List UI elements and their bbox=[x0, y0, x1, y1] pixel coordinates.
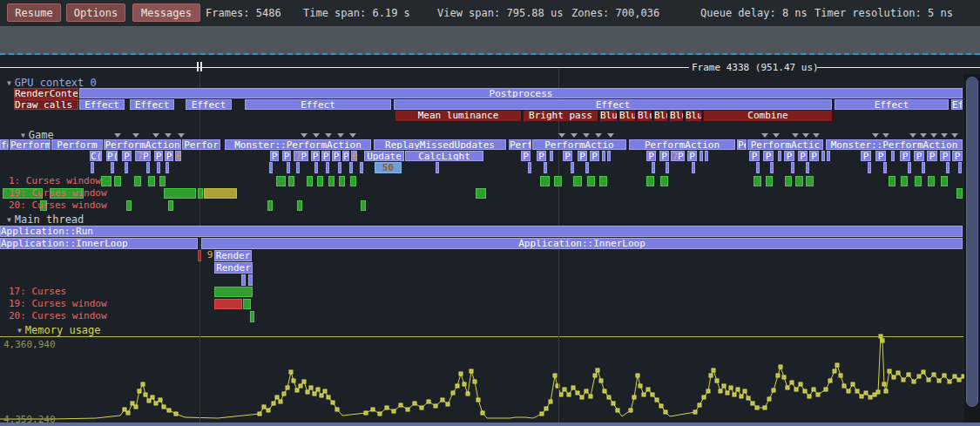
zone-marker-icon[interactable] bbox=[909, 133, 916, 138]
zone[interactable]: P bbox=[687, 151, 697, 161]
zone[interactable]: Blur bbox=[600, 111, 618, 121]
zone-marker-icon[interactable] bbox=[792, 133, 799, 138]
zone[interactable] bbox=[296, 162, 300, 173]
lock-bar[interactable] bbox=[599, 176, 607, 186]
zone[interactable]: Ef bbox=[951, 99, 963, 110]
zone[interactable] bbox=[908, 162, 911, 173]
zone-marker-icon[interactable] bbox=[941, 133, 948, 138]
lock-bar[interactable] bbox=[168, 200, 173, 211]
options-button[interactable]: Options bbox=[66, 3, 125, 22]
zone[interactable] bbox=[248, 274, 253, 286]
zone[interactable] bbox=[791, 162, 794, 173]
zone[interactable]: Monster::PerformAction bbox=[826, 139, 963, 150]
zone[interactable]: Combine bbox=[704, 111, 834, 121]
lock-bar[interactable] bbox=[956, 188, 963, 199]
lock-bar[interactable] bbox=[243, 299, 251, 309]
lock-bar[interactable] bbox=[288, 176, 294, 186]
zone[interactable]: P bbox=[521, 151, 531, 161]
zone[interactable] bbox=[756, 162, 760, 173]
zone[interactable]: 6 bbox=[175, 151, 181, 161]
zone[interactable]: P bbox=[270, 151, 279, 161]
zone[interactable] bbox=[652, 162, 655, 173]
zone[interactable]: Effect bbox=[79, 99, 125, 110]
zone[interactable]: P bbox=[578, 151, 587, 161]
resume-button[interactable]: Resume bbox=[7, 3, 61, 22]
zone[interactable]: Blu bbox=[670, 111, 685, 121]
messages-button[interactable]: Messages bbox=[132, 3, 200, 22]
lock-bar[interactable] bbox=[941, 176, 948, 186]
zone-marker-icon[interactable] bbox=[872, 133, 879, 138]
zone[interactable]: P bbox=[321, 151, 330, 161]
zone-marker-icon[interactable] bbox=[349, 133, 356, 138]
zone[interactable]: Draw calls bbox=[14, 99, 78, 110]
zone[interactable]: RenderConte bbox=[14, 88, 78, 98]
zone-marker-icon[interactable] bbox=[337, 133, 344, 138]
zone[interactable]: P bbox=[914, 151, 924, 161]
zone[interactable]: Blur bbox=[654, 111, 669, 121]
zone[interactable]: Perform bbox=[51, 139, 103, 150]
zone[interactable]: P bbox=[311, 151, 320, 161]
zone[interactable] bbox=[571, 162, 574, 173]
zone[interactable]: P bbox=[927, 151, 937, 161]
zone[interactable] bbox=[157, 162, 160, 173]
lock-bar[interactable] bbox=[214, 287, 253, 297]
zone[interactable]: ReplayMissedUpdates bbox=[374, 139, 506, 150]
zone[interactable]: P bbox=[749, 151, 760, 161]
zone-marker-icon[interactable] bbox=[165, 133, 172, 138]
lock-bar[interactable] bbox=[317, 176, 323, 186]
zone[interactable] bbox=[360, 162, 363, 173]
zone[interactable]: P bbox=[809, 151, 819, 161]
lock-bar[interactable] bbox=[660, 176, 668, 186]
zone[interactable]: P bbox=[282, 151, 291, 161]
zone-marker-icon[interactable] bbox=[607, 133, 614, 138]
zone-marker-icon[interactable] bbox=[920, 133, 927, 138]
zone[interactable]: 7P bbox=[294, 151, 308, 161]
zone[interactable] bbox=[770, 162, 774, 173]
zone[interactable] bbox=[827, 151, 830, 161]
zone[interactable] bbox=[891, 151, 895, 161]
zone[interactable]: P bbox=[646, 151, 656, 161]
lock-bar[interactable] bbox=[785, 176, 792, 186]
zone[interactable]: Render bbox=[214, 250, 252, 261]
section-header-main-thread[interactable]: ▼Main thread bbox=[7, 214, 84, 226]
lock-bar[interactable] bbox=[766, 176, 773, 186]
zone-marker-icon[interactable] bbox=[951, 133, 958, 138]
zone-marker-icon[interactable] bbox=[761, 133, 768, 138]
zone[interactable]: Effect bbox=[394, 99, 832, 110]
zone[interactable]: 6 bbox=[351, 151, 357, 161]
zone[interactable]: Blur bbox=[619, 111, 637, 121]
zone[interactable]: Mean luminance bbox=[395, 111, 523, 121]
zone-marker-icon[interactable] bbox=[882, 133, 889, 138]
zone-marker-icon[interactable] bbox=[583, 133, 590, 138]
zone[interactable] bbox=[349, 162, 353, 173]
lock-bar[interactable] bbox=[889, 176, 896, 186]
zone[interactable] bbox=[287, 162, 290, 173]
lock-bar[interactable] bbox=[148, 176, 155, 186]
zone[interactable]: PerformAction bbox=[104, 139, 181, 150]
zone-marker-icon[interactable] bbox=[313, 133, 320, 138]
lock-bar[interactable] bbox=[297, 200, 302, 211]
lock-bar[interactable] bbox=[901, 176, 908, 186]
frames-overview-band[interactable] bbox=[0, 26, 980, 55]
zone[interactable]: Effect bbox=[245, 99, 391, 110]
zone[interactable] bbox=[269, 162, 273, 173]
zone[interactable]: P bbox=[940, 151, 950, 161]
zone[interactable]: P bbox=[537, 151, 546, 161]
zone[interactable]: P bbox=[952, 151, 963, 161]
zone[interactable] bbox=[705, 151, 708, 161]
lock-bar[interactable] bbox=[476, 188, 486, 199]
vertical-scrollbar-track[interactable] bbox=[964, 74, 980, 423]
lock-bar[interactable] bbox=[573, 176, 582, 186]
collapsed-frames-marker-icon[interactable] bbox=[200, 62, 202, 71]
lock-bar[interactable] bbox=[540, 176, 550, 186]
zone[interactable] bbox=[868, 162, 871, 173]
zone[interactable] bbox=[91, 162, 94, 173]
zone[interactable]: Update bbox=[364, 151, 404, 161]
zone[interactable] bbox=[922, 162, 925, 173]
lock-bar[interactable] bbox=[198, 188, 203, 199]
zone[interactable]: PerformActio bbox=[532, 139, 626, 150]
zone[interactable] bbox=[314, 162, 318, 173]
zone[interactable]: P bbox=[563, 151, 572, 161]
zone[interactable]: Application::InnerLoop bbox=[201, 238, 963, 249]
zone-marker-icon[interactable] bbox=[773, 133, 780, 138]
